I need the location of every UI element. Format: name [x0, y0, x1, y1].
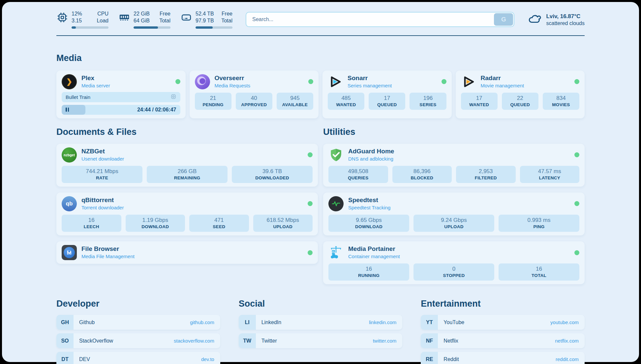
stat-box: 485 WANTED — [328, 93, 364, 110]
stackoverflow-abbr-icon: SO — [56, 333, 74, 348]
cpu-stat: 12% 3.15 CPU Load — [56, 11, 108, 29]
filebrowser-card[interactable]: File Browser Media File Management — [56, 241, 318, 264]
google-search-button[interactable]: G — [494, 13, 513, 26]
app-subtitle: Media File Management — [81, 253, 135, 260]
stat-box: 17 QUEUED — [369, 93, 405, 110]
nzbget-card[interactable]: nzbget NZBGet Usenet downloader 744.21 M… — [56, 144, 318, 187]
stream-title: Bullet Train — [66, 94, 90, 100]
link-row-dev[interactable]: DT DEV dev.to — [56, 352, 220, 364]
app-subtitle: Media server — [81, 82, 110, 89]
weather-condition: scattered clouds — [546, 20, 585, 26]
stream-progress-fill — [62, 105, 85, 115]
search-input[interactable] — [246, 12, 514, 27]
overseerr-logo-icon — [195, 74, 210, 89]
link-row-github[interactable]: GH Github github.com — [56, 315, 220, 330]
stat-box: 0 STOPPED — [413, 263, 494, 281]
link-row-reddit[interactable]: RE Reddit reddit.com — [421, 352, 585, 364]
stat-box: 9.65 Gbps DOWNLOAD — [328, 215, 409, 232]
status-dot — [308, 201, 313, 206]
filebrowser-logo-icon — [62, 245, 77, 260]
stat-box: 16 TOTAL — [499, 263, 579, 281]
portainer-logo-icon — [328, 245, 344, 260]
app-subtitle: Movie management — [481, 82, 524, 89]
app-name: Plex — [81, 75, 110, 82]
link-row-linkedin[interactable]: LI LinkedIn linkedin.com — [239, 315, 403, 330]
overseerr-card[interactable]: Overseerr Media Requests 21 PENDING 40 A… — [190, 71, 319, 118]
speedtest-logo-icon — [328, 196, 344, 211]
dev-abbr-icon: DT — [56, 352, 74, 364]
sonarr-logo-icon — [328, 74, 343, 89]
speedtest-card[interactable]: Speedtest Speedtest Tracking 9.65 Gbps D… — [323, 193, 585, 235]
stat-box: 744.21 Mbps RATE — [62, 166, 142, 183]
link-row-youtube[interactable]: YT YouTube youtube.com — [421, 315, 585, 330]
disk-label-bottom: Total — [221, 17, 232, 24]
stat-box: 17 WANTED — [461, 93, 498, 110]
ram-progress-bar — [134, 26, 170, 29]
app-subtitle: Usenet downloader — [81, 156, 124, 162]
ram-progress-fill — [134, 26, 158, 29]
qbittorrent-logo-icon: qb — [62, 196, 77, 211]
cpu-label-top: CPU — [97, 11, 108, 17]
pause-icon[interactable] — [66, 107, 69, 112]
stat-box: 21 PENDING — [195, 93, 231, 110]
search-bar: G — [246, 12, 514, 27]
ram-free: 22 GiB — [134, 11, 150, 17]
app-subtitle: DNS and adblocking — [348, 156, 394, 162]
cpu-percent: 12% — [72, 11, 82, 17]
radarr-logo-icon — [461, 74, 476, 89]
ram-label-top: Free — [159, 11, 170, 17]
section-title-entertainment: Entertainment — [421, 299, 585, 309]
sonarr-card[interactable]: Sonarr Series management 485 WANTED 17 Q… — [322, 71, 452, 118]
documents-column: Documents & Files nzbget NZBGet Usenet d… — [56, 127, 318, 290]
stream-session-icon[interactable] — [170, 94, 176, 101]
stat-box: 196 SERIES — [410, 93, 446, 110]
cloud-icon — [528, 12, 541, 27]
ram-label-bottom: Total — [159, 17, 170, 24]
stat-box: 618.52 Mbps UPLOAD — [253, 215, 313, 232]
stat-box: 47.57 ms LATENCY — [520, 166, 580, 183]
disk-label-top: Free — [221, 11, 232, 17]
link-row-twitter[interactable]: TW Twitter twitter.com — [239, 333, 403, 348]
system-stats: 12% 3.15 CPU Load — [56, 11, 232, 29]
status-dot — [442, 79, 446, 84]
entertainment-column: Entertainment YT YouTube youtube.com NF … — [421, 299, 585, 364]
disk-progress-bar — [196, 26, 232, 29]
weather-location-temp: Lviv, 16.87°C — [546, 13, 585, 20]
stat-box: 9.24 Gbps UPLOAD — [413, 215, 494, 232]
stat-box: 266 GB REMAINING — [147, 166, 228, 183]
ram-stat: 22 GiB 64 GiB Free Total — [118, 11, 170, 29]
ram-total: 64 GiB — [134, 17, 150, 24]
qbittorrent-card[interactable]: qb qBittorrent Torrent downloader 16 LEE… — [56, 193, 318, 235]
status-dot — [175, 79, 180, 84]
stat-box: 945 AVAILABLE — [277, 93, 313, 110]
radarr-card[interactable]: Radarr Movie management 17 WANTED 22 QUE… — [456, 71, 585, 118]
cpu-progress-fill — [72, 26, 76, 29]
plex-logo-icon: ❯ — [62, 74, 77, 89]
status-dot — [574, 201, 579, 206]
netflix-abbr-icon: NF — [421, 333, 438, 348]
plex-card[interactable]: ❯ Plex Media server Bullet Train — [56, 71, 186, 118]
adguard-card[interactable]: AdGuard Home DNS and adblocking 498,508 … — [323, 144, 585, 187]
github-abbr-icon: GH — [56, 315, 74, 330]
cpu-label-bottom: Load — [97, 17, 108, 24]
utilities-column: Utilities AdGuard Home DNS and adblockin… — [323, 127, 585, 290]
header: 12% 3.15 CPU Load — [56, 2, 585, 35]
app-subtitle: Container management — [348, 253, 400, 260]
link-row-stackoverflow[interactable]: SO StackOverflow stackoverflow.com — [56, 333, 220, 348]
stream-time: 24:44 / 02:06:47 — [137, 107, 180, 113]
link-row-netflix[interactable]: NF Netflix netflix.com — [421, 333, 585, 348]
linkedin-abbr-icon: LI — [239, 315, 256, 330]
app-subtitle: Torrent downloader — [81, 204, 124, 211]
disk-total: 97.9 TB — [196, 17, 214, 24]
youtube-abbr-icon: YT — [421, 315, 438, 330]
stream-progress-bar: 24:44 / 02:06:47 — [62, 105, 180, 115]
portainer-card[interactable]: Media Portainer Container management 16 … — [323, 241, 585, 284]
cpu-progress-bar — [72, 26, 108, 29]
weather-widget: Lviv, 16.87°C scattered clouds — [528, 12, 585, 27]
social-column: Social LI LinkedIn linkedin.com TW Twitt… — [239, 299, 403, 364]
app-subtitle: Series management — [348, 82, 392, 89]
stat-box: 22 QUEUED — [502, 93, 538, 110]
now-playing-bar: Bullet Train — [62, 92, 180, 102]
disk-stat: 52.4 TB 97.9 TB Free Total — [180, 11, 232, 29]
adguard-logo-icon — [328, 147, 344, 163]
